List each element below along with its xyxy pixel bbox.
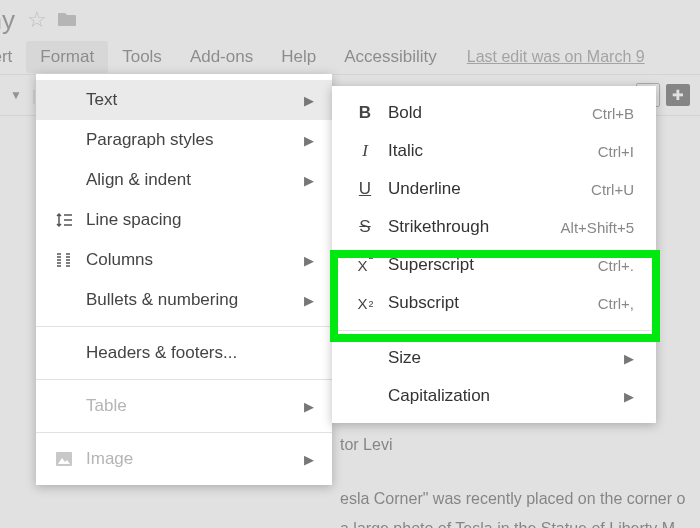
columns-icon — [50, 252, 78, 268]
format-headers-footers[interactable]: Headers & footers... — [36, 333, 332, 373]
submenu-arrow-icon: ▶ — [304, 293, 314, 308]
toolbar-dropdown-arrow[interactable]: ▼ — [10, 88, 22, 102]
submenu-arrow-icon: ▶ — [624, 351, 634, 366]
submenu-arrow-icon: ▶ — [304, 93, 314, 108]
subscript-icon: X2 — [350, 295, 380, 312]
menu-separator — [36, 379, 332, 380]
strikethrough-icon: S — [350, 217, 380, 237]
submenu-arrow-icon: ▶ — [304, 133, 314, 148]
text-superscript[interactable]: X2 Superscript Ctrl+. — [332, 246, 656, 284]
format-menu-dropdown: Text ▶ Paragraph styles ▶ Align & indent… — [36, 74, 332, 485]
submenu-arrow-icon: ▶ — [304, 399, 314, 414]
line-spacing-icon — [50, 211, 78, 229]
menu-addons[interactable]: Add-ons — [176, 41, 267, 73]
menu-format[interactable]: Format — [26, 41, 108, 73]
text-underline[interactable]: U Underline Ctrl+U — [332, 170, 656, 208]
format-paragraph-styles[interactable]: Paragraph styles ▶ — [36, 120, 332, 160]
format-line-spacing[interactable]: Line spacing — [36, 200, 332, 240]
menu-help[interactable]: Help — [267, 41, 330, 73]
submenu-arrow-icon: ▶ — [304, 452, 314, 467]
text-bold[interactable]: B Bold Ctrl+B — [332, 94, 656, 132]
text-subscript[interactable]: X2 Subscript Ctrl+, — [332, 284, 656, 322]
menu-bar: sert Format Tools Add-ons Help Accessibi… — [0, 40, 700, 75]
image-icon — [50, 451, 78, 467]
underline-icon: U — [350, 179, 380, 199]
menu-accessibility[interactable]: Accessibility — [330, 41, 451, 73]
comment-icon[interactable]: ✚ — [666, 84, 690, 106]
menu-insert[interactable]: sert — [0, 41, 26, 73]
format-columns[interactable]: Columns ▶ — [36, 240, 332, 280]
menu-separator — [332, 330, 656, 331]
format-bullets-numbering[interactable]: Bullets & numbering ▶ — [36, 280, 332, 320]
submenu-arrow-icon: ▶ — [304, 173, 314, 188]
folder-icon[interactable] — [57, 7, 77, 33]
format-text[interactable]: Text ▶ — [36, 80, 332, 120]
text-submenu: B Bold Ctrl+B I Italic Ctrl+I U Underlin… — [332, 86, 656, 423]
superscript-icon: X2 — [350, 257, 380, 274]
document-title: raphy — [0, 5, 15, 36]
text-strikethrough[interactable]: S Strikethrough Alt+Shift+5 — [332, 208, 656, 246]
submenu-arrow-icon: ▶ — [304, 253, 314, 268]
menu-tools[interactable]: Tools — [108, 41, 176, 73]
menu-separator — [36, 432, 332, 433]
format-table: Table ▶ — [36, 386, 332, 426]
italic-icon: I — [350, 141, 380, 161]
text-capitalization[interactable]: Capitalization ▶ — [332, 377, 656, 415]
text-size[interactable]: Size ▶ — [332, 339, 656, 377]
star-icon[interactable]: ☆ — [27, 7, 47, 33]
format-image: Image ▶ — [36, 439, 332, 479]
last-edit-link[interactable]: Last edit was on March 9 — [467, 48, 645, 66]
bold-icon: B — [350, 103, 380, 123]
format-align-indent[interactable]: Align & indent ▶ — [36, 160, 332, 200]
submenu-arrow-icon: ▶ — [624, 389, 634, 404]
text-italic[interactable]: I Italic Ctrl+I — [332, 132, 656, 170]
menu-separator — [36, 326, 332, 327]
